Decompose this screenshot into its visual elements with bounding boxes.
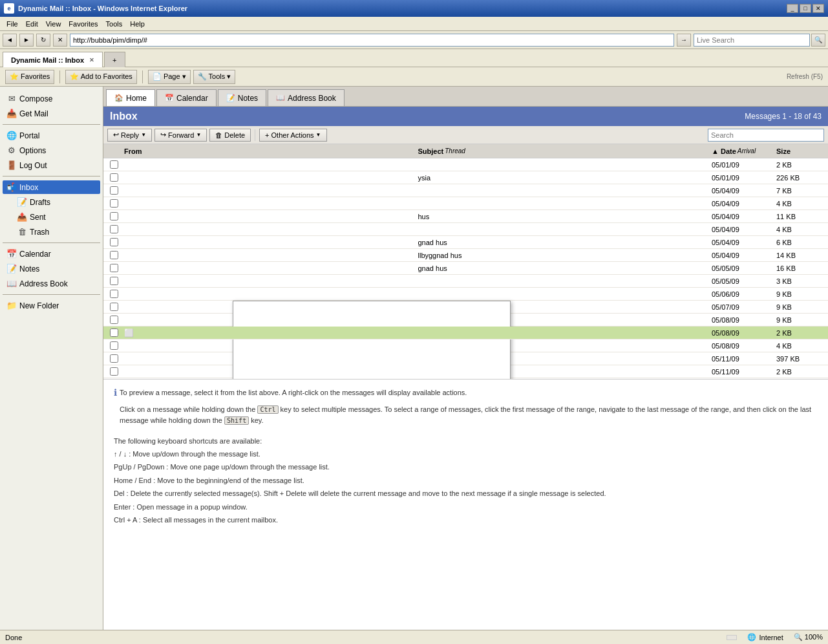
msg-checkbox-5[interactable] — [110, 212, 118, 220]
add-favorites-btn[interactable]: ⭐ Add to Favorites — [65, 70, 137, 84]
sidebar-label-options: Options — [19, 146, 46, 155]
tab-close-icon[interactable]: ✕ — [89, 57, 94, 63]
msg-subject-7: gnad hus — [416, 239, 710, 246]
close-button[interactable]: ✕ — [812, 4, 824, 13]
table-row[interactable]: hus 05/04/09 11 KB — [103, 210, 828, 223]
view-menu[interactable]: View — [42, 19, 65, 29]
edit-menu[interactable]: Edit — [22, 19, 42, 29]
status-text: Done — [5, 634, 721, 641]
sidebar-item-logout[interactable]: 🚪 Log Out — [3, 158, 100, 172]
browser-tab-new[interactable]: + — [104, 52, 125, 67]
sidebar-label-logout: Log Out — [19, 161, 47, 170]
sidebar-item-getmail[interactable]: 📥 Get Mail — [3, 107, 100, 120]
table-row[interactable]: ysia 05/01/09 226 KB — [103, 171, 828, 184]
stop-button[interactable]: ✕ — [53, 34, 67, 47]
msg-checkbox-7[interactable] — [110, 238, 118, 246]
mail-search-input[interactable] — [708, 129, 824, 142]
sidebar-item-addressbook[interactable]: 📖 Address Book — [3, 277, 100, 290]
tab-calendar[interactable]: 📅 Calendar — [156, 89, 217, 106]
favorites-menu[interactable]: Favorites — [65, 19, 101, 29]
msg-checkbox-3[interactable] — [110, 186, 118, 195]
msg-size-4: 4 KB — [774, 200, 825, 208]
table-row[interactable]: gnad hus 05/04/09 6 KB — [103, 236, 828, 249]
sidebar-item-options[interactable]: ⚙ Options — [3, 144, 100, 157]
minimize-button[interactable]: _ — [787, 4, 798, 13]
live-search-input[interactable] — [694, 34, 810, 47]
header-size[interactable]: Size — [774, 147, 825, 155]
msg-checkbox-2[interactable] — [110, 173, 118, 182]
reply-button[interactable]: ↩ Reply ▼ — [107, 129, 152, 142]
msg-checkbox-13[interactable] — [110, 316, 118, 324]
go-button[interactable]: → — [677, 34, 691, 47]
refresh-button[interactable]: ↻ — [36, 34, 50, 47]
table-row[interactable]: 05/06/09 9 KB — [103, 288, 828, 301]
sidebar-item-compose[interactable]: ✉ Compose — [3, 92, 100, 105]
file-menu[interactable]: File — [3, 19, 22, 29]
table-row[interactable]: 05/01/09 2 KB — [103, 158, 828, 171]
favorites-btn[interactable]: ⭐ Favorites — [5, 70, 54, 84]
back-button[interactable]: ◄ — [3, 34, 17, 47]
page-btn[interactable]: 📄 Page ▾ — [148, 70, 191, 84]
plus-icon: + — [265, 131, 269, 139]
sidebar-item-drafts[interactable]: 📝 Drafts — [3, 195, 100, 209]
msg-checkbox-6[interactable] — [110, 225, 118, 233]
msg-checkbox-11[interactable] — [110, 290, 118, 298]
sidebar-label-newfolder: New Folder — [19, 301, 59, 310]
sidebar-item-newfolder[interactable]: 📁 New Folder — [3, 299, 100, 312]
live-search-button[interactable]: 🔍 — [811, 34, 825, 47]
msg-date-11: 05/06/09 — [709, 290, 774, 298]
maximize-button[interactable]: □ — [800, 4, 811, 13]
msg-checkbox-10[interactable] — [110, 277, 118, 285]
tab-notes[interactable]: 📝 Notes — [218, 89, 266, 106]
msg-date-2: 05/01/09 — [709, 174, 774, 182]
tools-menu[interactable]: Tools — [102, 19, 127, 29]
msg-checkbox-15[interactable] — [110, 341, 118, 350]
tools-btn[interactable]: 🔧 Tools ▾ — [193, 70, 236, 84]
sidebar-item-inbox[interactable]: 📬 Inbox — [3, 180, 100, 194]
msg-checkbox-16[interactable] — [110, 354, 118, 363]
table-row[interactable]: 05/05/09 3 KB — [103, 275, 828, 288]
reply-arrow-icon: ▼ — [141, 132, 146, 138]
help-menu[interactable]: Help — [126, 19, 149, 29]
sidebar-item-calendar[interactable]: 📅 Calendar — [3, 247, 100, 261]
tab-home[interactable]: 🏠 Home — [106, 89, 155, 106]
sidebar-item-notes[interactable]: 📝 Notes — [3, 262, 100, 275]
address-input[interactable] — [70, 34, 674, 47]
table-row[interactable]: 05/04/09 4 KB — [103, 223, 828, 236]
tab-addressbook[interactable]: 📖 Address Book — [268, 89, 345, 106]
msg-size-1: 2 KB — [774, 161, 825, 169]
shortcut-pgupdown: PgUp / PgDown : Move one page up/down th… — [114, 462, 818, 473]
table-row[interactable]: gnad hus 05/05/09 16 KB — [103, 262, 828, 275]
live-search-area: 🔍 — [694, 34, 825, 47]
msg-date-3: 05/04/09 — [709, 187, 774, 195]
header-from[interactable]: From — [122, 147, 416, 155]
table-row[interactable]: llbyggnad hus 05/04/09 14 KB — [103, 249, 828, 262]
home-tab-icon: 🏠 — [114, 94, 123, 102]
forward-button[interactable]: ↪ Forward ▼ — [154, 129, 207, 142]
msg-checkbox-14[interactable] — [110, 328, 118, 337]
table-row[interactable]: 05/04/09 7 KB — [103, 184, 828, 197]
msg-checkbox-12[interactable] — [110, 303, 118, 311]
table-row[interactable]: 05/04/09 4 KB — [103, 197, 828, 210]
msg-size-15: 4 KB — [774, 342, 825, 350]
sidebar-item-sent[interactable]: 📤 Sent — [3, 210, 100, 224]
msg-checkbox-1[interactable] — [110, 160, 118, 169]
forward-button[interactable]: ► — [19, 34, 34, 47]
table-row[interactable]: ⬜ 05/08/09 2 KB — [103, 327, 828, 339]
msg-date-17: 05/11/09 — [709, 368, 774, 376]
browser-tab-bar: Dynamic Mail :: Inbox ✕ + — [0, 49, 828, 67]
msg-size-17: 2 KB — [774, 368, 825, 376]
msg-checkbox-9[interactable] — [110, 264, 118, 272]
sidebar-item-portal[interactable]: 🌐 Portal — [3, 129, 100, 142]
msg-checkbox-17[interactable] — [110, 367, 118, 376]
delete-button[interactable]: 🗑 Delete — [209, 129, 251, 142]
sidebar-item-trash[interactable]: 🗑 Trash — [3, 225, 100, 239]
msg-checkbox-4[interactable] — [110, 199, 118, 208]
other-actions-button[interactable]: + Other Actions ▼ — [259, 129, 326, 142]
header-date[interactable]: ▲ Date Arrival — [709, 147, 774, 155]
browser-tab-active[interactable]: Dynamic Mail :: Inbox ✕ — [3, 52, 103, 67]
msg-checkbox-8[interactable] — [110, 251, 118, 259]
status-bar: Done 🌐 Internet 🔍 100% — [0, 630, 828, 644]
header-subject[interactable]: Subject Thread — [416, 147, 710, 155]
ctrl-instructions: Click on a message while holding down th… — [120, 404, 818, 427]
